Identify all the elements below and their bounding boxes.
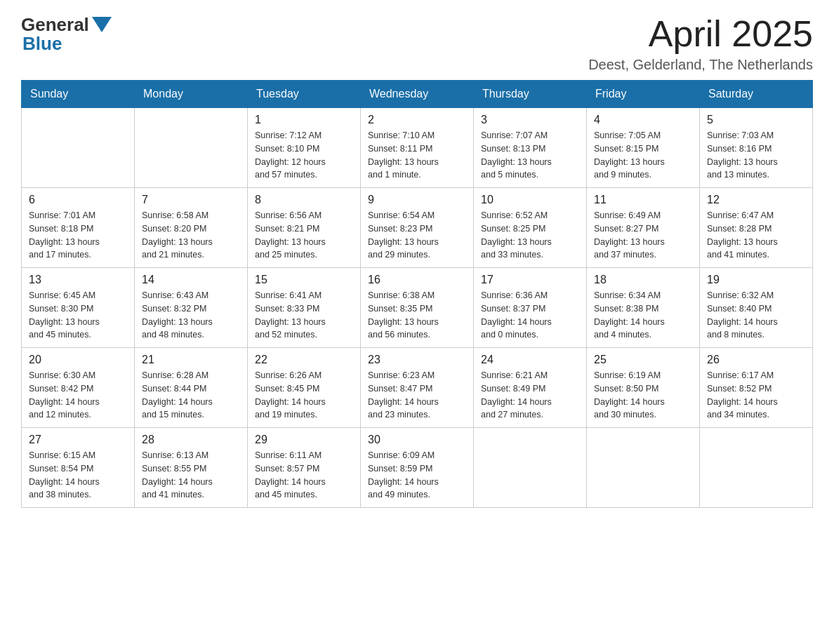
calendar-cell: 22Sunrise: 6:26 AM Sunset: 8:45 PM Dayli… bbox=[248, 348, 361, 428]
calendar-cell: 8Sunrise: 6:56 AM Sunset: 8:21 PM Daylig… bbox=[248, 188, 361, 268]
day-info: Sunrise: 6:11 AM Sunset: 8:57 PM Dayligh… bbox=[255, 449, 353, 502]
day-number: 11 bbox=[594, 194, 692, 206]
calendar-cell bbox=[587, 428, 700, 508]
calendar-cell: 15Sunrise: 6:41 AM Sunset: 8:33 PM Dayli… bbox=[248, 268, 361, 348]
calendar-cell bbox=[22, 108, 135, 188]
calendar-cell: 9Sunrise: 6:54 AM Sunset: 8:23 PM Daylig… bbox=[361, 188, 474, 268]
day-number: 12 bbox=[707, 194, 805, 206]
day-of-week-header: Wednesday bbox=[361, 81, 474, 108]
day-info: Sunrise: 7:12 AM Sunset: 8:10 PM Dayligh… bbox=[255, 129, 353, 182]
day-info: Sunrise: 7:05 AM Sunset: 8:15 PM Dayligh… bbox=[594, 129, 692, 182]
day-info: Sunrise: 6:49 AM Sunset: 8:27 PM Dayligh… bbox=[594, 209, 692, 262]
day-number: 16 bbox=[368, 274, 466, 286]
day-number: 14 bbox=[142, 274, 240, 286]
day-info: Sunrise: 6:56 AM Sunset: 8:21 PM Dayligh… bbox=[255, 209, 353, 262]
calendar-week-row: 20Sunrise: 6:30 AM Sunset: 8:42 PM Dayli… bbox=[22, 348, 813, 428]
day-info: Sunrise: 6:36 AM Sunset: 8:37 PM Dayligh… bbox=[481, 289, 579, 342]
calendar-cell bbox=[700, 428, 813, 508]
day-number: 3 bbox=[481, 114, 579, 126]
day-info: Sunrise: 6:23 AM Sunset: 8:47 PM Dayligh… bbox=[368, 369, 466, 422]
day-of-week-header: Saturday bbox=[700, 81, 813, 108]
day-number: 4 bbox=[594, 114, 692, 126]
logo: General Blue bbox=[21, 14, 112, 55]
calendar-cell bbox=[135, 108, 248, 188]
day-info: Sunrise: 6:13 AM Sunset: 8:55 PM Dayligh… bbox=[142, 449, 240, 502]
day-info: Sunrise: 6:58 AM Sunset: 8:20 PM Dayligh… bbox=[142, 209, 240, 262]
subtitle: Deest, Gelderland, The Netherlands bbox=[588, 57, 813, 73]
day-number: 24 bbox=[481, 354, 579, 366]
calendar-table: SundayMondayTuesdayWednesdayThursdayFrid… bbox=[21, 80, 813, 508]
day-number: 15 bbox=[255, 274, 353, 286]
day-number: 13 bbox=[29, 274, 127, 286]
day-info: Sunrise: 6:43 AM Sunset: 8:32 PM Dayligh… bbox=[142, 289, 240, 342]
title-block: April 2025 Deest, Gelderland, The Nether… bbox=[588, 14, 813, 73]
calendar-week-row: 13Sunrise: 6:45 AM Sunset: 8:30 PM Dayli… bbox=[22, 268, 813, 348]
day-number: 10 bbox=[481, 194, 579, 206]
day-number: 30 bbox=[368, 434, 466, 446]
day-number: 20 bbox=[29, 354, 127, 366]
day-info: Sunrise: 6:26 AM Sunset: 8:45 PM Dayligh… bbox=[255, 369, 353, 422]
calendar-header-row: SundayMondayTuesdayWednesdayThursdayFrid… bbox=[22, 81, 813, 108]
calendar-cell: 21Sunrise: 6:28 AM Sunset: 8:44 PM Dayli… bbox=[135, 348, 248, 428]
day-number: 21 bbox=[142, 354, 240, 366]
day-number: 2 bbox=[368, 114, 466, 126]
calendar-cell: 1Sunrise: 7:12 AM Sunset: 8:10 PM Daylig… bbox=[248, 108, 361, 188]
calendar-cell: 17Sunrise: 6:36 AM Sunset: 8:37 PM Dayli… bbox=[474, 268, 587, 348]
day-of-week-header: Thursday bbox=[474, 81, 587, 108]
calendar-cell: 16Sunrise: 6:38 AM Sunset: 8:35 PM Dayli… bbox=[361, 268, 474, 348]
day-info: Sunrise: 6:17 AM Sunset: 8:52 PM Dayligh… bbox=[707, 369, 805, 422]
calendar-cell: 12Sunrise: 6:47 AM Sunset: 8:28 PM Dayli… bbox=[700, 188, 813, 268]
day-number: 17 bbox=[481, 274, 579, 286]
main-title: April 2025 bbox=[588, 14, 813, 54]
day-number: 1 bbox=[255, 114, 353, 126]
day-number: 9 bbox=[368, 194, 466, 206]
day-info: Sunrise: 6:32 AM Sunset: 8:40 PM Dayligh… bbox=[707, 289, 805, 342]
calendar-cell: 10Sunrise: 6:52 AM Sunset: 8:25 PM Dayli… bbox=[474, 188, 587, 268]
calendar-cell: 27Sunrise: 6:15 AM Sunset: 8:54 PM Dayli… bbox=[22, 428, 135, 508]
day-of-week-header: Monday bbox=[135, 81, 248, 108]
day-of-week-header: Tuesday bbox=[248, 81, 361, 108]
calendar-cell: 7Sunrise: 6:58 AM Sunset: 8:20 PM Daylig… bbox=[135, 188, 248, 268]
day-number: 19 bbox=[707, 274, 805, 286]
calendar-cell: 5Sunrise: 7:03 AM Sunset: 8:16 PM Daylig… bbox=[700, 108, 813, 188]
calendar-cell: 11Sunrise: 6:49 AM Sunset: 8:27 PM Dayli… bbox=[587, 188, 700, 268]
svg-marker-0 bbox=[92, 17, 112, 32]
day-info: Sunrise: 6:47 AM Sunset: 8:28 PM Dayligh… bbox=[707, 209, 805, 262]
calendar-cell: 4Sunrise: 7:05 AM Sunset: 8:15 PM Daylig… bbox=[587, 108, 700, 188]
day-info: Sunrise: 6:45 AM Sunset: 8:30 PM Dayligh… bbox=[29, 289, 127, 342]
calendar-cell: 29Sunrise: 6:11 AM Sunset: 8:57 PM Dayli… bbox=[248, 428, 361, 508]
day-info: Sunrise: 6:52 AM Sunset: 8:25 PM Dayligh… bbox=[481, 209, 579, 262]
day-info: Sunrise: 6:21 AM Sunset: 8:49 PM Dayligh… bbox=[481, 369, 579, 422]
day-of-week-header: Friday bbox=[587, 81, 700, 108]
calendar-cell: 3Sunrise: 7:07 AM Sunset: 8:13 PM Daylig… bbox=[474, 108, 587, 188]
day-number: 8 bbox=[255, 194, 353, 206]
calendar-cell: 25Sunrise: 6:19 AM Sunset: 8:50 PM Dayli… bbox=[587, 348, 700, 428]
calendar-cell bbox=[474, 428, 587, 508]
day-info: Sunrise: 6:28 AM Sunset: 8:44 PM Dayligh… bbox=[142, 369, 240, 422]
page-header: General Blue April 2025 Deest, Gelderlan… bbox=[21, 14, 813, 73]
day-of-week-header: Sunday bbox=[22, 81, 135, 108]
calendar-week-row: 6Sunrise: 7:01 AM Sunset: 8:18 PM Daylig… bbox=[22, 188, 813, 268]
day-number: 26 bbox=[707, 354, 805, 366]
day-number: 25 bbox=[594, 354, 692, 366]
day-number: 29 bbox=[255, 434, 353, 446]
day-info: Sunrise: 7:07 AM Sunset: 8:13 PM Dayligh… bbox=[481, 129, 579, 182]
calendar-cell: 2Sunrise: 7:10 AM Sunset: 8:11 PM Daylig… bbox=[361, 108, 474, 188]
day-number: 27 bbox=[29, 434, 127, 446]
calendar-cell: 19Sunrise: 6:32 AM Sunset: 8:40 PM Dayli… bbox=[700, 268, 813, 348]
day-info: Sunrise: 7:01 AM Sunset: 8:18 PM Dayligh… bbox=[29, 209, 127, 262]
day-info: Sunrise: 6:34 AM Sunset: 8:38 PM Dayligh… bbox=[594, 289, 692, 342]
day-info: Sunrise: 6:09 AM Sunset: 8:59 PM Dayligh… bbox=[368, 449, 466, 502]
logo-triangle-icon bbox=[92, 17, 112, 32]
day-info: Sunrise: 6:41 AM Sunset: 8:33 PM Dayligh… bbox=[255, 289, 353, 342]
day-info: Sunrise: 6:19 AM Sunset: 8:50 PM Dayligh… bbox=[594, 369, 692, 422]
calendar-cell: 24Sunrise: 6:21 AM Sunset: 8:49 PM Dayli… bbox=[474, 348, 587, 428]
day-info: Sunrise: 6:54 AM Sunset: 8:23 PM Dayligh… bbox=[368, 209, 466, 262]
calendar-cell: 13Sunrise: 6:45 AM Sunset: 8:30 PM Dayli… bbox=[22, 268, 135, 348]
day-number: 23 bbox=[368, 354, 466, 366]
day-number: 5 bbox=[707, 114, 805, 126]
day-info: Sunrise: 6:38 AM Sunset: 8:35 PM Dayligh… bbox=[368, 289, 466, 342]
day-info: Sunrise: 7:03 AM Sunset: 8:16 PM Dayligh… bbox=[707, 129, 805, 182]
day-info: Sunrise: 6:15 AM Sunset: 8:54 PM Dayligh… bbox=[29, 449, 127, 502]
day-number: 6 bbox=[29, 194, 127, 206]
